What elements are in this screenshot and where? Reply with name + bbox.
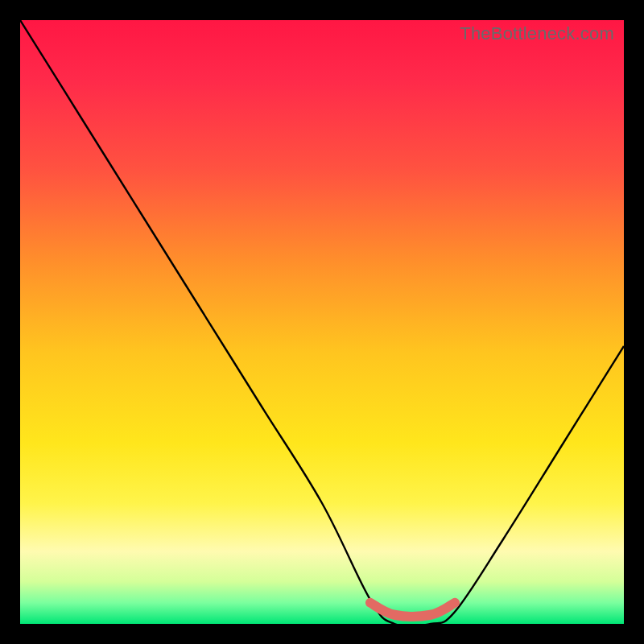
chart-plot-area: TheBottleneck.com	[20, 20, 624, 624]
chart-frame: TheBottleneck.com	[0, 0, 644, 644]
bottleneck-curve	[20, 20, 624, 624]
chart-svg	[20, 20, 624, 624]
optimal-range-highlight	[370, 603, 455, 617]
